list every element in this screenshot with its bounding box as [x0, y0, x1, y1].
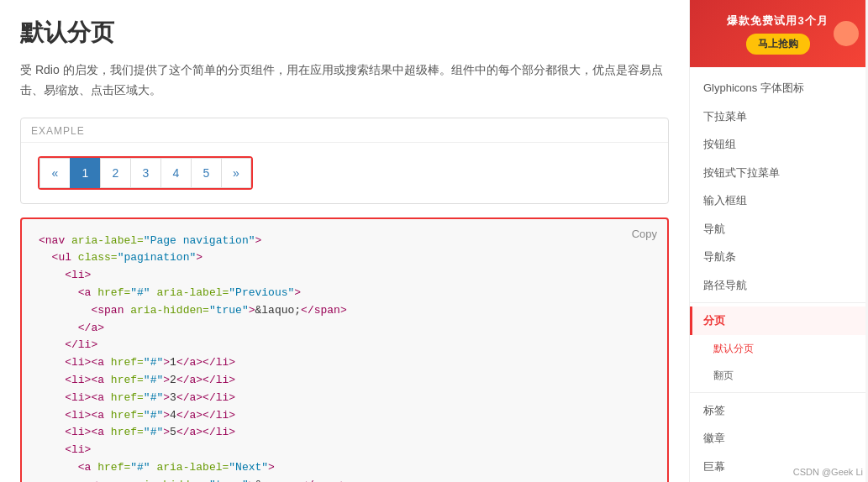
sidebar-item-input-group[interactable]: 输入框组: [690, 186, 865, 215]
code-content: <nav aria-label="Page navigation"> <ul c…: [39, 233, 650, 482]
sidebar-ad-button[interactable]: 马上抢购: [746, 34, 810, 55]
sidebar-ad-image: [834, 21, 859, 46]
code-line: <li><a href="#">1</a></li>: [39, 354, 650, 372]
code-line: <nav aria-label="Page navigation">: [39, 233, 650, 250]
pagination-next[interactable]: »: [221, 158, 251, 188]
sidebar-ad-title: 爆款免费试用3个月: [727, 13, 828, 29]
sidebar-item-badges[interactable]: 徽章: [690, 424, 865, 453]
code-line: <li>: [39, 442, 650, 459]
copy-button[interactable]: Copy: [632, 228, 657, 240]
pagination-page-5[interactable]: 5: [191, 158, 221, 188]
pagination-page-1[interactable]: 1: [70, 158, 100, 188]
code-line: <span aria-hidden="true">&laquo;</span>: [39, 302, 650, 320]
sidebar-navigation: Glyphicons 字体图标 下拉菜单 按钮组 按钮式下拉菜单 输入框组 导航…: [690, 67, 865, 482]
next-link[interactable]: »: [221, 158, 251, 188]
example-box: EXAMPLE « 1 2 3 4 5: [20, 118, 669, 204]
code-line: <li><a href="#">3</a></li>: [39, 390, 650, 407]
watermark: CSDN @Geek Li: [793, 467, 863, 477]
code-line: <li>: [39, 267, 650, 285]
page-5-link[interactable]: 5: [191, 158, 221, 188]
pagination: « 1 2 3 4 5 »: [38, 156, 253, 190]
sidebar-item-nav[interactable]: 导航: [690, 215, 865, 244]
sidebar-item-glyphicons[interactable]: Glyphicons 字体图标: [690, 74, 865, 102]
page-title: 默认分页: [20, 17, 669, 49]
sidebar-divider-2: [690, 392, 865, 393]
sidebar-divider: [690, 302, 865, 303]
code-line: <span aria-hidden="true">&raquo;</span>: [39, 477, 650, 482]
code-line: <li><a href="#">2</a></li>: [39, 372, 650, 390]
code-line: <li><a href="#">5</a></li>: [39, 424, 650, 442]
pagination-prev[interactable]: «: [39, 158, 70, 188]
page-4-link[interactable]: 4: [160, 158, 191, 188]
prev-link[interactable]: «: [39, 158, 70, 188]
sidebar: 爆款免费试用3个月 马上抢购 Glyphicons 字体图标 下拉菜单 按钮组 …: [689, 0, 865, 482]
code-box: Copy <nav aria-label="Page navigation"> …: [20, 217, 669, 482]
main-content: 默认分页 受 Rdio 的启发，我们提供了这个简单的分页组件，用在应用或搜索结果…: [0, 0, 689, 482]
code-line: <ul class="pagination">: [39, 249, 650, 267]
sidebar-item-labels[interactable]: 标签: [690, 396, 865, 425]
page-2-link[interactable]: 2: [100, 158, 130, 188]
sidebar-item-breadcrumb[interactable]: 路径导航: [690, 271, 865, 300]
code-line: <a href="#" aria-label="Previous">: [39, 285, 650, 302]
sidebar-item-pagination[interactable]: 分页: [690, 306, 865, 335]
code-line: <li><a href="#">4</a></li>: [39, 407, 650, 425]
page-description: 受 Rdio 的启发，我们提供了这个简单的分页组件，用在应用或搜索结果中超级棒。…: [20, 60, 669, 101]
code-line: </a>: [39, 320, 650, 338]
page-3-link[interactable]: 3: [130, 158, 160, 188]
sidebar-item-default-pagination[interactable]: 默认分页: [690, 335, 865, 362]
example-label: EXAMPLE: [21, 118, 668, 142]
sidebar-item-dropdown[interactable]: 下拉菜单: [690, 102, 865, 131]
sidebar-item-navbar[interactable]: 导航条: [690, 243, 865, 271]
example-preview: « 1 2 3 4 5 »: [21, 142, 668, 203]
code-line: </li>: [39, 337, 650, 354]
page-1-link[interactable]: 1: [70, 158, 100, 188]
pagination-page-2[interactable]: 2: [100, 158, 130, 188]
sidebar-item-button-dropdown[interactable]: 按钮式下拉菜单: [690, 159, 865, 187]
code-line: <a href="#" aria-label="Next">: [39, 459, 650, 477]
pagination-page-3[interactable]: 3: [130, 158, 160, 188]
sidebar-item-button-group[interactable]: 按钮组: [690, 130, 865, 159]
pagination-page-4[interactable]: 4: [160, 158, 191, 188]
sidebar-ad: 爆款免费试用3个月 马上抢购: [690, 0, 865, 67]
sidebar-item-pager[interactable]: 翻页: [690, 362, 865, 389]
